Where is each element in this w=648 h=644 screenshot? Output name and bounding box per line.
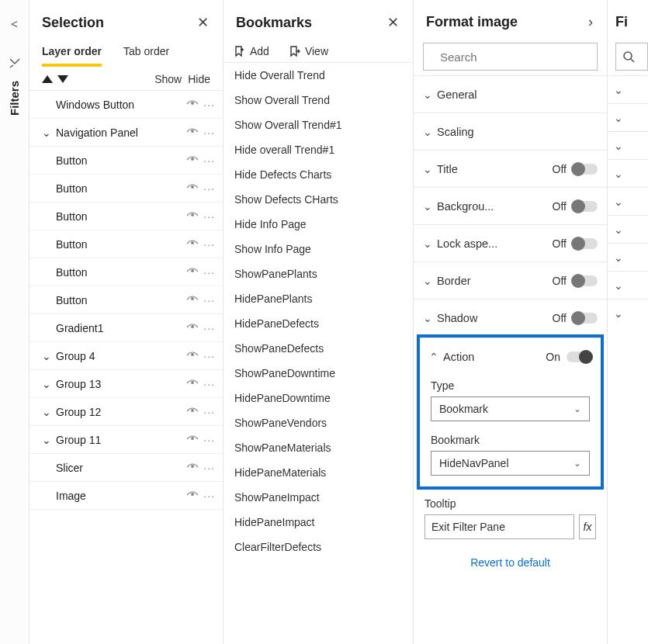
fields-row-collapsed[interactable]: ⌄ — [608, 159, 648, 187]
visibility-icon[interactable] — [186, 405, 199, 418]
visibility-icon[interactable] — [186, 321, 199, 334]
filters-icon[interactable] — [9, 57, 21, 71]
format-group[interactable]: ⌄Lock aspe...Off — [414, 224, 607, 261]
more-options-icon[interactable]: ··· — [203, 490, 215, 502]
show-all-button[interactable]: Show — [154, 73, 182, 85]
format-group-action[interactable]: ⌃ActionOn — [420, 338, 601, 375]
more-options-icon[interactable]: ··· — [203, 434, 215, 446]
move-up-icon[interactable] — [42, 75, 53, 83]
visibility-icon[interactable] — [186, 265, 199, 279]
bookmark-item[interactable]: Show Defects CHarts — [224, 187, 413, 212]
selection-item[interactable]: ⌄Group 11··· — [29, 426, 223, 454]
search-box[interactable] — [423, 43, 598, 71]
close-icon[interactable]: ✕ — [196, 14, 210, 31]
bookmark-item[interactable]: Hide overall Trend#1 — [224, 137, 413, 162]
visibility-icon[interactable] — [186, 237, 199, 251]
bookmark-item[interactable]: ShowPaneDefects — [224, 336, 413, 361]
format-group[interactable]: ⌄General — [414, 75, 607, 113]
toggle-switch[interactable] — [573, 313, 598, 324]
expand-rail-chevron-icon[interactable]: < — [11, 17, 18, 30]
move-down-icon[interactable] — [57, 75, 68, 83]
fields-row-collapsed[interactable]: ⌄ — [608, 243, 648, 271]
toggle-switch[interactable] — [573, 238, 598, 249]
fields-row-collapsed[interactable]: ⌄ — [608, 187, 648, 215]
bookmark-item[interactable]: ShowPaneVendors — [224, 410, 413, 435]
tab-tab-order[interactable]: Tab order — [123, 45, 169, 67]
bookmark-item[interactable]: ClearFilterDefects — [224, 535, 413, 559]
fields-row-collapsed[interactable]: ⌄ — [608, 75, 648, 103]
fields-row-collapsed[interactable]: ⌄ — [608, 271, 648, 299]
more-options-icon[interactable]: ··· — [203, 154, 215, 167]
toggle-switch[interactable] — [573, 201, 598, 212]
visibility-icon[interactable] — [186, 154, 199, 167]
fields-row-collapsed[interactable]: ⌄ — [608, 131, 648, 159]
bookmark-item[interactable]: Hide Info Page — [224, 212, 413, 237]
view-bookmark-button[interactable]: View — [288, 45, 328, 57]
more-options-icon[interactable]: ··· — [203, 126, 215, 139]
bookmark-item[interactable]: Show Overall Trend — [224, 88, 413, 113]
bookmark-item[interactable]: ShowPanePlants — [224, 261, 413, 286]
selection-item[interactable]: ⌄Group 13··· — [29, 370, 223, 398]
more-options-icon[interactable]: ··· — [203, 266, 215, 279]
tooltip-input[interactable] — [424, 514, 574, 539]
toggle-switch[interactable] — [567, 351, 591, 362]
revert-to-default-link[interactable]: Revert to default — [414, 539, 607, 575]
more-options-icon[interactable]: ··· — [203, 462, 215, 474]
tab-layer-order[interactable]: Layer order — [42, 45, 102, 67]
visibility-icon[interactable] — [186, 349, 199, 362]
selection-item[interactable]: ⌄Group 12··· — [29, 398, 223, 426]
selection-item[interactable]: Button··· — [29, 175, 223, 203]
selection-item[interactable]: Image··· — [29, 482, 223, 510]
bookmark-item[interactable]: Hide Defects Charts — [224, 162, 413, 187]
search-input[interactable] — [438, 50, 589, 64]
bookmark-item[interactable]: ShowPaneImpact — [224, 485, 413, 510]
selection-item[interactable]: Button··· — [29, 230, 223, 258]
format-group[interactable]: ⌄ShadowOff — [414, 299, 607, 336]
format-group[interactable]: ⌄Scaling — [414, 113, 607, 150]
fields-row-collapsed[interactable]: ⌄ — [608, 215, 648, 243]
format-group[interactable]: ⌄BorderOff — [414, 261, 607, 299]
toggle-switch[interactable] — [573, 275, 598, 286]
selection-item[interactable]: Button··· — [29, 203, 223, 230]
bookmark-item[interactable]: Hide Overall Trend — [224, 63, 413, 88]
more-options-icon[interactable]: ··· — [203, 99, 215, 111]
bookmark-item[interactable]: HidePaneMaterials — [224, 460, 413, 485]
format-group[interactable]: ⌄TitleOff — [414, 150, 607, 187]
selection-item[interactable]: Button··· — [29, 258, 223, 286]
selection-item[interactable]: ⌄Navigation Panel··· — [29, 119, 223, 147]
visibility-icon[interactable] — [186, 182, 199, 195]
more-options-icon[interactable]: ··· — [203, 350, 215, 362]
selection-item[interactable]: Slicer··· — [29, 454, 223, 482]
visibility-icon[interactable] — [186, 433, 199, 446]
more-options-icon[interactable]: ··· — [203, 322, 215, 334]
visibility-icon[interactable] — [186, 98, 199, 111]
more-options-icon[interactable]: ··· — [203, 406, 215, 418]
visibility-icon[interactable] — [186, 293, 199, 306]
bookmark-item[interactable]: HidePaneImpact — [224, 510, 413, 535]
visibility-icon[interactable] — [186, 126, 199, 139]
selection-item[interactable]: Button··· — [29, 147, 223, 175]
fields-row-collapsed[interactable]: ⌄ — [608, 103, 648, 131]
fields-row-collapsed[interactable]: ⌄ — [608, 299, 648, 327]
bookmark-item[interactable]: HidePaneDefects — [224, 311, 413, 336]
more-options-icon[interactable]: ··· — [203, 378, 215, 390]
add-bookmark-button[interactable]: Add — [233, 45, 269, 57]
selection-item[interactable]: ⌄Group 4··· — [29, 342, 223, 370]
action-type-dropdown[interactable]: Bookmark⌄ — [431, 396, 590, 421]
bookmark-item[interactable]: Show Overall Trend#1 — [224, 113, 413, 137]
selection-item[interactable]: Button··· — [29, 286, 223, 314]
fields-search[interactable] — [615, 43, 648, 71]
fx-button[interactable]: fx — [579, 514, 596, 539]
more-options-icon[interactable]: ··· — [203, 294, 215, 306]
selection-item[interactable]: Windows Button··· — [29, 91, 223, 119]
visibility-icon[interactable] — [186, 377, 199, 390]
format-group[interactable]: ⌄Backgrou...Off — [414, 187, 607, 224]
next-pane-icon[interactable]: › — [587, 14, 594, 30]
more-options-icon[interactable]: ··· — [203, 238, 215, 251]
visibility-icon[interactable] — [186, 209, 199, 223]
visibility-icon[interactable] — [186, 461, 199, 474]
visibility-icon[interactable] — [186, 489, 199, 502]
bookmark-item[interactable]: ShowPaneMaterials — [224, 435, 413, 460]
action-bookmark-dropdown[interactable]: HideNavPanel⌄ — [431, 451, 590, 476]
more-options-icon[interactable]: ··· — [203, 210, 215, 223]
